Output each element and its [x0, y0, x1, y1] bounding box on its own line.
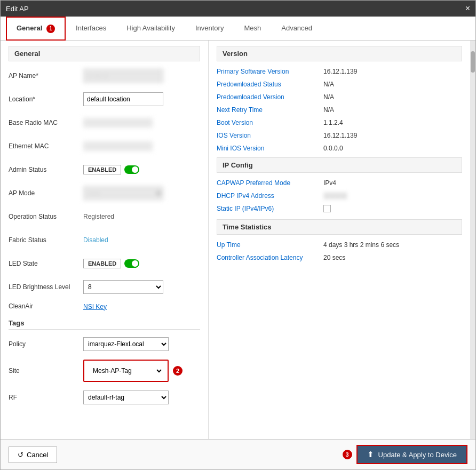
uptime-row: Up Time 4 days 3 hrs 2 mins 6 secs: [217, 241, 462, 249]
edit-ap-dialog: Edit AP × General 1 Interfaces High Avai…: [0, 0, 476, 470]
tab-inventory[interactable]: Inventory: [185, 17, 234, 39]
tab-mesh[interactable]: Mesh: [234, 17, 271, 39]
ios-version-row: IOS Version 16.12.1.139: [217, 132, 462, 139]
base-radio-mac-label: Base Radio MAC: [9, 119, 83, 126]
dhcp-value: ·· ·· ·· ··: [323, 192, 347, 200]
predownloaded-version-value: N/A: [323, 93, 334, 101]
controller-latency-row: Controller Association Latency 20 secs: [217, 254, 462, 261]
tab-badge-1: 1: [46, 25, 55, 33]
ap-name-input[interactable]: [83, 69, 163, 83]
upload-icon: ⬆: [367, 450, 374, 459]
operation-status-row: Operation Status Registered: [9, 209, 200, 225]
footer-badge-3: 3: [343, 450, 352, 459]
footer: ↺ Cancel 3 ⬆ Update & Apply to Device: [1, 439, 475, 469]
update-apply-button[interactable]: ⬆ Update & Apply to Device: [356, 445, 467, 464]
ios-version-label: IOS Version: [217, 132, 323, 139]
policy-row: Policy imarquez-FlexLocal: [9, 336, 200, 352]
next-retry-value: N/A: [323, 106, 334, 114]
predownloaded-status-label: Predownloaded Status: [217, 81, 323, 88]
location-input[interactable]: [83, 92, 163, 106]
operation-status-label: Operation Status: [9, 213, 83, 220]
admin-status-label: Admin Status: [9, 166, 83, 173]
predownloaded-version-label: Predownloaded Version: [217, 93, 323, 101]
static-ip-row: Static IP (IPv4/IPv6): [217, 205, 462, 214]
primary-sw-value: 16.12.1.139: [323, 68, 357, 75]
led-brightness-row: LED Brightness Level 8: [9, 279, 200, 295]
dialog-titlebar: Edit AP ×: [1, 1, 475, 17]
right-panel: Version Primary Software Version 16.12.1…: [209, 41, 470, 439]
next-retry-row: Next Retry Time N/A: [217, 106, 462, 114]
predownloaded-version-row: Predownloaded Version N/A: [217, 93, 462, 101]
operation-status-value: Registered: [83, 213, 114, 220]
mini-ios-row: Mini IOS Version 0.0.0.0: [217, 145, 462, 152]
primary-sw-label: Primary Software Version: [217, 68, 323, 75]
admin-status-toggle[interactable]: [124, 165, 139, 174]
capwap-row: CAPWAP Preferred Mode IPv4: [217, 179, 462, 187]
version-section-title: Version: [217, 46, 462, 61]
ap-mode-select[interactable]: ·······: [83, 186, 163, 200]
tab-bar: General 1 Interfaces High Availability I…: [1, 17, 475, 41]
cleanair-label: CleanAir: [9, 302, 83, 310]
policy-label: Policy: [9, 340, 83, 348]
ios-version-value: 16.12.1.139: [323, 132, 357, 139]
site-label: Site: [9, 367, 83, 375]
cancel-button[interactable]: ↺ Cancel: [9, 447, 57, 463]
ap-name-row: AP Name*: [9, 68, 200, 84]
fabric-status-row: Fabric Status Disabled: [9, 232, 200, 248]
capwap-label: CAPWAP Preferred Mode: [217, 179, 323, 187]
close-button[interactable]: ×: [465, 4, 470, 13]
uptime-value: 4 days 3 hrs 2 mins 6 secs: [323, 241, 399, 249]
tab-interfaces[interactable]: Interfaces: [66, 17, 116, 39]
boot-version-row: Boot Version 1.1.2.4: [217, 119, 462, 126]
led-state-badge: ENABLED: [83, 259, 121, 268]
tags-title: Tags: [9, 319, 200, 330]
mini-ios-label: Mini IOS Version: [217, 145, 323, 152]
general-section-title: General: [9, 46, 200, 61]
site-select-container: Mesh-AP-Tag: [83, 360, 169, 382]
rf-label: RF: [9, 394, 83, 401]
location-row: Location*: [9, 91, 200, 107]
tab-advanced[interactable]: Advanced: [271, 17, 322, 39]
ethernet-mac-label: Ethernet MAC: [9, 142, 83, 150]
ip-config-title: IP Config: [217, 157, 462, 173]
ap-mode-label: AP Mode: [9, 189, 83, 197]
static-ip-label: Static IP (IPv4/IPv6): [217, 205, 323, 212]
ap-name-label: AP Name*: [9, 72, 83, 79]
controller-latency-label: Controller Association Latency: [217, 254, 323, 261]
nsi-key-link[interactable]: NSI Key: [83, 303, 107, 310]
main-content: General AP Name* Location* Base Radio MA…: [1, 41, 475, 439]
mini-ios-value: 0.0.0.0: [323, 145, 343, 152]
site-select[interactable]: Mesh-AP-Tag: [89, 364, 163, 378]
tab-general[interactable]: General 1: [6, 17, 66, 41]
fabric-status-label: Fabric Status: [9, 236, 83, 244]
tab-high-availability[interactable]: High Availability: [116, 17, 185, 39]
primary-sw-row: Primary Software Version 16.12.1.139: [217, 68, 462, 75]
tags-section: Tags Policy imarquez-FlexLocal Site: [9, 319, 200, 405]
static-ip-checkbox[interactable]: [323, 205, 331, 212]
fabric-status-value: Disabled: [83, 236, 108, 244]
predownloaded-status-row: Predownloaded Status N/A: [217, 81, 462, 88]
scrollbar[interactable]: [470, 41, 475, 439]
led-state-toggle[interactable]: [124, 259, 139, 268]
ap-name-value: [83, 69, 200, 83]
uptime-label: Up Time: [217, 241, 323, 249]
led-state-label: LED State: [9, 260, 83, 267]
led-brightness-select[interactable]: 8: [83, 280, 163, 294]
controller-latency-value: 20 secs: [323, 254, 345, 261]
ap-mode-row: AP Mode ·······: [9, 185, 200, 201]
capwap-value: IPv4: [323, 179, 336, 187]
left-panel: General AP Name* Location* Base Radio MA…: [1, 41, 209, 439]
time-stats-title: Time Statistics: [217, 219, 462, 235]
led-state-row: LED State ENABLED: [9, 256, 200, 272]
policy-select[interactable]: imarquez-FlexLocal: [83, 337, 169, 351]
dhcp-label: DHCP IPv4 Address: [217, 192, 323, 200]
admin-status-badge: ENABLED: [83, 165, 121, 174]
next-retry-label: Next Retry Time: [217, 106, 323, 114]
dhcp-row: DHCP IPv4 Address ·· ·· ·· ··: [217, 192, 462, 200]
cleanair-row: CleanAir NSI Key: [9, 302, 200, 310]
scroll-thumb: [471, 51, 475, 73]
undo-icon: ↺: [18, 451, 23, 459]
rf-row: RF default-rf-tag: [9, 389, 200, 405]
site-badge-2: 2: [173, 366, 183, 376]
rf-select[interactable]: default-rf-tag: [83, 391, 169, 404]
